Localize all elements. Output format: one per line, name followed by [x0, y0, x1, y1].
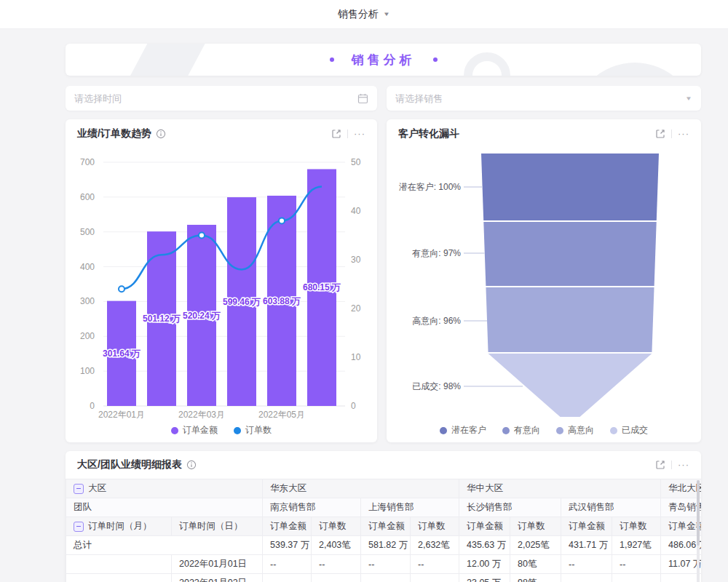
expand-icon[interactable]	[655, 460, 665, 470]
time-filter-input[interactable]	[74, 93, 357, 104]
table-cell: 12.00 万	[459, 555, 510, 574]
line-marker[interactable]	[199, 233, 205, 239]
chevron-down-icon: ▼	[383, 11, 390, 17]
funnel-chart: 潜在客户: 100%有意向: 97%高意向: 96%已成交: 98%	[387, 148, 701, 421]
right-axis-tick: 50	[351, 157, 361, 167]
table-cell: 1,927笔	[612, 536, 661, 555]
line-marker[interactable]	[279, 218, 285, 223]
table-cell: 80笔	[510, 555, 561, 574]
table-cell	[66, 574, 172, 582]
info-icon[interactable]	[186, 460, 197, 470]
legend-dot-icon	[502, 427, 510, 434]
table-cell: 2022年01月01日	[172, 555, 263, 574]
legend-dot-icon	[556, 427, 563, 434]
funnel-stage-label: 潜在客户: 100%	[399, 182, 462, 192]
funnel-segment[interactable]	[483, 222, 656, 286]
table-cell: 大区	[66, 479, 263, 498]
right-axis-tick: 30	[351, 255, 361, 265]
left-axis-tick: 100	[80, 366, 95, 376]
funnel-card: 客户转化漏斗 ··· 潜在客户: 100%有意向: 97%高意向: 96%已成交…	[387, 119, 701, 442]
funnel-card-title: 客户转化漏斗	[398, 127, 459, 140]
table-cell: 总计	[66, 536, 263, 555]
table-cell: 23.05 万	[459, 574, 510, 582]
bar-label: 501.12 万	[143, 314, 181, 324]
table-scrollbar-thumb[interactable]	[697, 480, 700, 546]
table-row: 2022年01月02日23.05 万98笔	[66, 574, 702, 582]
funnel-stage-label: 高意向: 96%	[412, 316, 461, 326]
table-cell	[561, 574, 612, 582]
bar-label: 680.15 万	[303, 282, 341, 292]
table-cell: --	[561, 555, 612, 574]
more-icon[interactable]: ···	[678, 462, 689, 468]
table-cell: 订单金额	[361, 517, 411, 536]
trend-chart: 010020030040050060070001020304050301.64 …	[66, 148, 377, 421]
table-cell: 435.63 万	[459, 536, 510, 555]
more-icon[interactable]: ···	[354, 131, 365, 137]
funnel-segment[interactable]	[486, 287, 654, 352]
expand-icon[interactable]	[331, 129, 341, 139]
app-title: 销售分析	[338, 8, 379, 21]
table-cell: 订单金额	[263, 517, 312, 536]
legend-dot-icon	[234, 427, 241, 434]
legend-item[interactable]: 订单金额	[171, 424, 218, 436]
divider	[347, 129, 348, 138]
table-cell: 上海销售部	[361, 498, 459, 517]
bar-label: 603.88 万	[263, 296, 301, 306]
legend-item[interactable]: 订单数	[234, 424, 272, 436]
table-cell: 581.82 万	[361, 536, 411, 555]
table-row: 2022年01月01日--------12.00 万80笔----11.07 万	[66, 555, 702, 574]
table-scrollbar[interactable]	[697, 480, 700, 582]
trend-card: 业绩/订单数趋势 ··· 010020030040050060070001020…	[66, 119, 377, 442]
time-filter[interactable]	[66, 86, 377, 111]
table-row: 总计539.37 万2,403笔581.82 万2,632笔435.63 万2,…	[66, 536, 702, 555]
banner-dot-left	[330, 57, 334, 62]
line-marker[interactable]	[119, 286, 124, 292]
table-cell: --	[612, 555, 661, 574]
legend-item[interactable]: 潜在客户	[440, 424, 486, 436]
funnel-stage-label: 已成交: 98%	[412, 381, 461, 391]
sales-filter-input[interactable]	[395, 93, 685, 104]
table-cell: 98笔	[510, 574, 561, 582]
trend-card-title: 业绩/订单数趋势	[77, 127, 151, 140]
table-cell: 南京销售部	[263, 498, 361, 517]
funnel-segment[interactable]	[488, 354, 652, 417]
table-cell: 订单数	[411, 517, 459, 536]
table-cell: 2022年01月02日	[172, 574, 263, 582]
legend-item[interactable]: 已成交	[610, 424, 648, 436]
table-cell: 华东大区	[263, 479, 459, 498]
banner-decor-ring	[464, 52, 510, 76]
chevron-down-icon[interactable]: ▼	[685, 95, 692, 102]
table-cell: 订单金额	[459, 517, 510, 536]
app-title-dropdown[interactable]: 销售分析 ▼	[338, 8, 390, 21]
table-cell: 11.07 万	[661, 555, 702, 574]
collapse-icon[interactable]	[74, 522, 84, 532]
table-cell: 订单数	[312, 517, 361, 536]
x-axis-tick: 2022年01月	[98, 410, 145, 420]
table-cell	[411, 574, 459, 582]
right-axis-tick: 40	[351, 206, 361, 216]
calendar-icon[interactable]	[357, 93, 368, 104]
sales-filter[interactable]: ▼	[387, 86, 701, 111]
table-cell: 订单数	[510, 517, 561, 536]
table-cell: 订单金额	[661, 517, 702, 536]
collapse-icon[interactable]	[74, 484, 84, 494]
bar-label: 520.24 万	[183, 311, 221, 321]
left-axis-tick: 300	[80, 296, 95, 306]
legend-dot-icon	[171, 427, 178, 434]
table-header-row: 大区华东大区华中大区华北大区	[66, 479, 702, 498]
banner-decor-circle	[573, 63, 697, 76]
legend-dot-icon	[440, 427, 447, 434]
table-cell: 2,632笔	[411, 536, 459, 555]
table-cell: 2,403笔	[312, 536, 361, 555]
more-icon[interactable]: ···	[678, 131, 689, 137]
table-cell: 华中大区	[459, 479, 661, 498]
x-axis-tick: 2022年05月	[258, 410, 305, 420]
banner: 销售分析	[66, 44, 701, 76]
expand-icon[interactable]	[655, 129, 665, 139]
table-cell: 武汉销售部	[561, 498, 661, 517]
table-cell: 431.71 万	[561, 536, 612, 555]
legend-item[interactable]: 高意向	[556, 424, 594, 436]
info-icon[interactable]	[156, 129, 166, 139]
legend-item[interactable]: 有意向	[502, 424, 540, 436]
funnel-segment[interactable]	[481, 154, 659, 220]
